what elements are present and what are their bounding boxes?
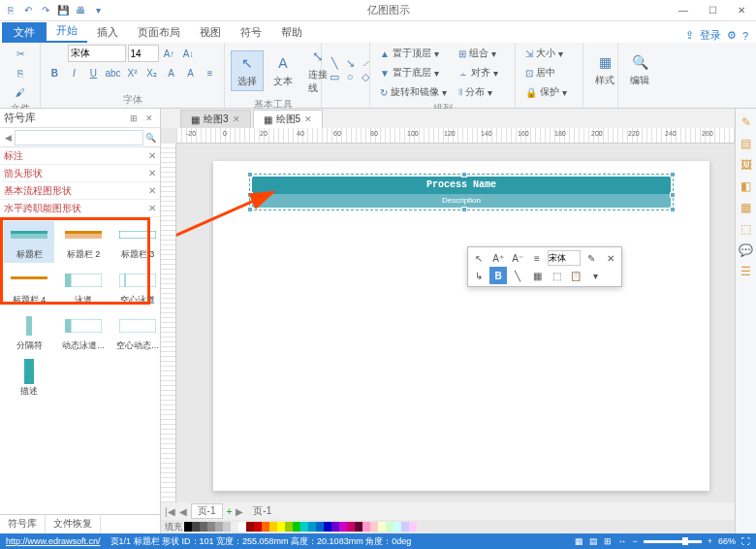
status-url-link[interactable]: http://www.edrawsoft.cn/ (6, 536, 101, 546)
color-swatch[interactable] (316, 522, 324, 532)
sb-view-icon[interactable]: ▦ (575, 536, 583, 546)
rect-shape-icon[interactable]: ▭ (328, 71, 341, 82)
color-swatch[interactable] (339, 522, 347, 532)
highlight-button[interactable]: A (182, 64, 200, 81)
color-swatch[interactable] (378, 522, 386, 532)
panel-close-icon[interactable]: ✕ (142, 112, 156, 125)
zoom-in-icon[interactable]: + (708, 536, 712, 546)
symbol-search-input[interactable] (15, 130, 143, 145)
close-button[interactable]: ✕ (727, 0, 756, 21)
page-tab[interactable]: 页-1 (191, 503, 223, 519)
sb-expand-icon[interactable]: ⛶ (741, 536, 750, 546)
gear-icon[interactable]: ⚙ (727, 29, 737, 42)
color-swatch[interactable] (331, 522, 339, 532)
cut-icon[interactable]: ✂ (12, 45, 29, 62)
symbol-item[interactable]: 标题栏 3 (112, 221, 160, 263)
distribute-button[interactable]: ⫴分布 ▾ (455, 83, 502, 101)
tab-layout[interactable]: 页面布局 (128, 22, 190, 43)
close-icon[interactable]: ✕ (148, 185, 156, 196)
share-icon[interactable]: ⇪ (685, 29, 694, 42)
category-flowchart[interactable]: 基本流程图形状✕ (0, 182, 160, 200)
edit-button[interactable]: 🔍编辑 (624, 50, 655, 89)
font-family-select[interactable] (68, 45, 126, 62)
rs-box-icon[interactable]: ⬚ (739, 221, 754, 237)
shape-gallery[interactable]: ╲ ↘ ⟋ ▭ ○ ◇ (328, 57, 372, 82)
help-icon[interactable]: ? (742, 30, 748, 42)
page-first-icon[interactable]: |◀ (165, 506, 175, 517)
tab-symbols[interactable]: 符号 (231, 22, 271, 43)
sb-view2-icon[interactable]: ▤ (589, 536, 598, 546)
tab-home[interactable]: 开始 (47, 20, 87, 43)
ft-bold-button[interactable]: B (489, 267, 507, 284)
qa-new-icon[interactable]: ⎘ (4, 4, 17, 17)
qa-redo-icon[interactable]: ↷ (39, 4, 52, 17)
close-icon[interactable]: ✕ (304, 114, 312, 124)
color-swatch[interactable] (277, 522, 285, 532)
color-swatch[interactable] (231, 522, 238, 532)
login-link[interactable]: 登录 (700, 28, 721, 43)
ft-connector-icon[interactable]: ↳ (470, 267, 488, 284)
panel-back-icon[interactable]: ◀ (4, 131, 13, 145)
symbol-item[interactable]: 动态泳道... (58, 312, 109, 354)
rs-edit-icon[interactable]: ✎ (739, 114, 754, 130)
color-swatch[interactable] (386, 522, 394, 532)
doc-tab[interactable]: ▦绘图3✕ (180, 110, 251, 128)
close-icon[interactable]: ✕ (148, 203, 156, 213)
qa-print-icon[interactable]: 🖶 (74, 4, 87, 17)
search-icon[interactable]: 🔍 (145, 131, 156, 145)
category-callouts[interactable]: 标注✕ (0, 147, 160, 165)
align-button[interactable]: ≡ (202, 64, 219, 81)
increase-font-icon[interactable]: A↑ (161, 45, 178, 62)
ft-delete-icon[interactable]: ✕ (602, 249, 619, 267)
symbol-item[interactable]: 描述 (4, 358, 54, 400)
ft-align-icon[interactable]: ≡ (528, 249, 546, 267)
title-bar-shape[interactable]: Process Name Description (252, 177, 671, 208)
color-swatch[interactable] (324, 522, 331, 532)
style-button[interactable]: ▦样式 (589, 50, 620, 89)
color-swatch[interactable] (347, 522, 355, 532)
text-tool-button[interactable]: A 文本 (268, 51, 299, 90)
ft-more-icon[interactable]: ▾ (586, 267, 604, 284)
category-swimlane[interactable]: 水平跨职能图形状✕ (0, 200, 160, 217)
canvas[interactable]: Process Name Description ↖ A⁺ A⁻ ≡ ✎ ✕ (176, 144, 735, 502)
send-back-button[interactable]: ▼置于底层 ▾ (376, 64, 451, 81)
color-swatch[interactable] (285, 522, 293, 532)
rs-comment-icon[interactable]: 💬 (739, 242, 754, 258)
ft-fill-icon[interactable]: ▦ (528, 267, 546, 284)
align-menu-button[interactable]: ⫠对齐 ▾ (455, 64, 502, 81)
close-icon[interactable]: ✕ (148, 150, 156, 161)
color-swatch[interactable] (355, 522, 362, 532)
color-swatch[interactable] (300, 522, 308, 532)
color-swatch[interactable] (362, 522, 370, 532)
color-swatch[interactable] (200, 522, 207, 532)
sb-grid-icon[interactable]: ⊞ (604, 536, 612, 546)
color-swatch[interactable] (223, 522, 231, 532)
strike-button[interactable]: abc (104, 64, 121, 81)
subscript-button[interactable]: X₂ (143, 64, 161, 81)
color-swatch[interactable] (215, 522, 223, 532)
color-swatch[interactable] (409, 522, 417, 532)
page-prev-icon[interactable]: ◀ (179, 506, 187, 517)
bold-button[interactable]: B (46, 64, 63, 81)
symbol-item[interactable]: 标题栏 4 (4, 267, 54, 308)
ft-border-icon[interactable]: ⬚ (548, 267, 565, 284)
size-button[interactable]: ⇲大小 ▾ (521, 45, 571, 62)
rs-layers-icon[interactable]: ▤ (739, 136, 754, 151)
color-swatch[interactable] (293, 522, 300, 532)
underline-button[interactable]: U (84, 64, 102, 81)
copy-icon[interactable]: ⎘ (12, 64, 29, 81)
symbol-item[interactable]: 标题栏 2 (58, 221, 109, 263)
close-icon[interactable]: ✕ (148, 168, 156, 178)
italic-button[interactable]: I (65, 64, 82, 81)
color-swatch[interactable] (269, 522, 277, 532)
ft-line-icon[interactable]: ╲ (509, 267, 526, 284)
lock-button[interactable]: 🔒保护 ▾ (521, 83, 571, 101)
doc-tab[interactable]: ▦绘图5✕ (253, 110, 324, 128)
superscript-button[interactable]: X² (124, 64, 142, 81)
format-painter-icon[interactable]: 🖌 (12, 83, 29, 101)
qa-undo-icon[interactable]: ↶ (21, 4, 35, 17)
sb-fit-icon[interactable]: ↔ (617, 536, 626, 546)
color-swatch[interactable] (262, 522, 269, 532)
symbol-item[interactable]: 空心动态... (112, 312, 160, 354)
color-swatch[interactable] (370, 522, 378, 532)
